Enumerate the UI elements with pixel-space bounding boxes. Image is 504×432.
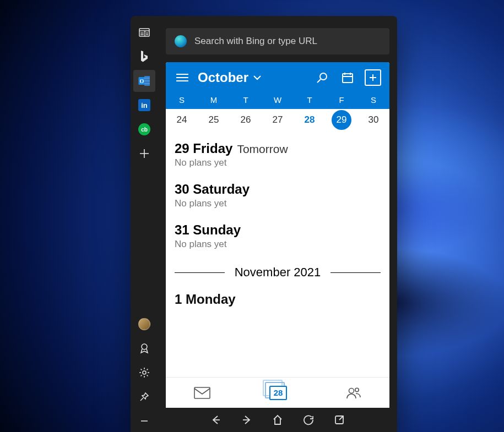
forward-icon[interactable] <box>240 413 253 426</box>
agenda-item[interactable]: 1 Monday <box>166 284 389 313</box>
svg-point-13 <box>143 371 146 374</box>
outlook-icon[interactable]: O <box>133 70 155 92</box>
browser-nav-bar <box>158 408 397 432</box>
agenda-note: No plans yet <box>175 198 381 209</box>
search-box[interactable] <box>166 28 389 54</box>
mail-icon[interactable] <box>194 387 210 399</box>
svg-line-14 <box>140 398 143 401</box>
news-icon[interactable] <box>133 21 155 43</box>
agenda-day: 29 Friday <box>175 141 232 156</box>
agenda-day: 1 Monday <box>175 292 236 307</box>
month-picker[interactable]: October <box>198 70 262 85</box>
agenda-note: No plans yet <box>175 239 381 250</box>
search-icon[interactable] <box>312 68 332 88</box>
divider-label: November 2021 <box>235 265 321 280</box>
svg-rect-27 <box>194 387 210 398</box>
svg-point-19 <box>320 73 327 80</box>
edge-sidebar-widget: O in cb <box>131 16 397 432</box>
calendar-header: October <box>166 62 389 109</box>
calendar-tab-icon[interactable]: 28 <box>267 384 289 402</box>
dow-cell: T <box>230 95 262 105</box>
month-divider: November 2021 <box>166 255 389 284</box>
agenda-item[interactable]: 29 Friday Tomorrow No plans yet <box>166 133 389 174</box>
search-input[interactable] <box>194 36 381 47</box>
agenda-item[interactable]: 31 Sunday No plans yet <box>166 215 389 255</box>
home-icon[interactable] <box>271 413 284 426</box>
month-label: October <box>198 70 248 85</box>
date-cell-today[interactable]: 28 <box>294 114 326 125</box>
chevron-down-icon <box>253 75 262 80</box>
menu-icon[interactable] <box>172 68 192 88</box>
date-cell-selected[interactable]: 29 <box>326 114 357 125</box>
crunchbase-icon[interactable]: cb <box>133 118 155 140</box>
main-column: October <box>158 16 397 432</box>
dow-cell: S <box>166 95 198 105</box>
agenda-subtitle: Tomorrow <box>237 143 288 156</box>
svg-text:O: O <box>139 78 144 84</box>
date-cell[interactable]: 24 <box>166 114 198 125</box>
divider-line <box>330 272 381 273</box>
agenda-note: No plans yet <box>175 157 381 168</box>
dow-cell: S <box>357 95 389 105</box>
settings-icon[interactable] <box>133 362 155 384</box>
svg-point-28 <box>349 388 354 393</box>
linkedin-icon[interactable]: in <box>133 94 155 116</box>
new-event-button[interactable] <box>363 68 383 88</box>
date-cell[interactable]: 27 <box>262 114 294 125</box>
svg-rect-0 <box>139 29 149 36</box>
bing-icon[interactable] <box>133 46 155 68</box>
calendar-footer: 28 <box>166 377 389 408</box>
agenda-item[interactable]: 30 Saturday No plans yet <box>166 174 389 215</box>
svg-line-33 <box>339 416 343 420</box>
date-row: 24 25 26 27 28 29 30 <box>166 109 389 133</box>
date-cell[interactable]: 25 <box>198 114 230 125</box>
divider-line <box>175 272 225 273</box>
refresh-icon[interactable] <box>302 413 315 426</box>
date-cell[interactable]: 30 <box>357 114 389 125</box>
pin-icon[interactable] <box>133 386 155 408</box>
dow-cell: M <box>198 95 230 105</box>
today-icon[interactable] <box>338 68 357 88</box>
people-icon[interactable] <box>346 386 361 400</box>
svg-rect-21 <box>343 74 353 83</box>
minimize-icon[interactable] <box>133 410 155 432</box>
search-row <box>158 16 397 62</box>
dow-cell: F <box>326 95 357 105</box>
agenda-list[interactable]: 29 Friday Tomorrow No plans yet 30 Satur… <box>166 133 389 377</box>
footer-day-number: 28 <box>274 388 283 397</box>
back-icon[interactable] <box>209 413 223 426</box>
calendar-card: October <box>166 62 389 408</box>
svg-point-12 <box>142 344 147 349</box>
avatar[interactable] <box>133 313 155 335</box>
agenda-day: 31 Sunday <box>175 222 241 238</box>
rewards-icon[interactable] <box>133 337 155 359</box>
dow-cell: W <box>262 95 294 105</box>
side-rail: O in cb <box>131 16 158 432</box>
svg-point-29 <box>355 388 358 391</box>
add-site-icon[interactable] <box>133 143 155 165</box>
agenda-day: 30 Saturday <box>175 182 250 197</box>
dow-cell: T <box>294 95 326 105</box>
day-of-week-row: S M T W T F S <box>166 93 389 109</box>
svg-line-20 <box>317 79 321 83</box>
date-cell[interactable]: 26 <box>230 114 262 125</box>
open-external-icon[interactable] <box>333 413 346 426</box>
edge-icon <box>175 35 187 47</box>
